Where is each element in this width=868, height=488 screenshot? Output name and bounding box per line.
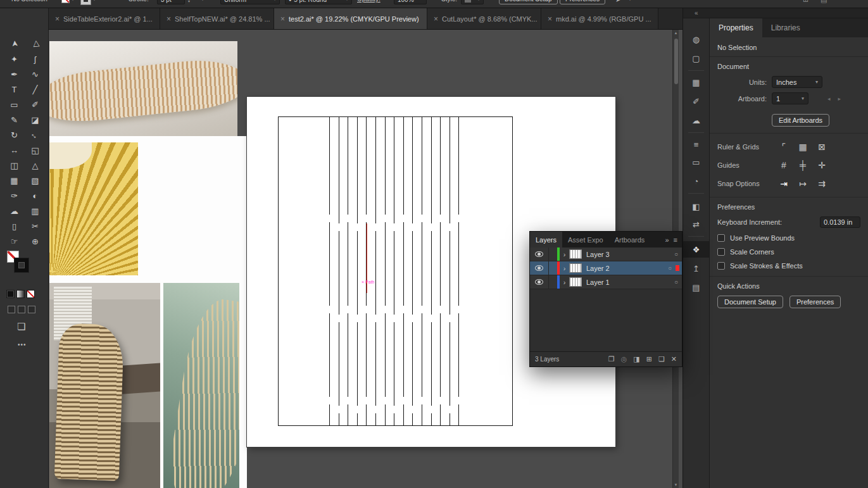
draw-normal-icon[interactable] [8, 306, 15, 313]
tab-test2-active[interactable]: ×test2.ai* @ 19.22% (CMYK/GPU Preview) [274, 8, 427, 29]
visibility-toggle[interactable] [530, 247, 549, 261]
document-setup-button[interactable]: Document Setup [499, 0, 558, 4]
layer-name[interactable]: Layer 1 [586, 278, 674, 286]
tab-layers[interactable]: Layers [530, 232, 562, 247]
perspective-grid-tool[interactable]: △ [25, 158, 46, 173]
edit-toolbar-dots-icon[interactable]: ••• [18, 341, 27, 348]
visibility-toggle[interactable] [530, 275, 549, 289]
hand-tool[interactable]: ☞ [4, 234, 25, 249]
close-icon[interactable]: × [280, 15, 285, 23]
fill-chevron-icon[interactable]: ▾ [72, 0, 74, 8]
tab-asset-export[interactable]: Asset Expo [562, 232, 609, 247]
layer-thumbnail[interactable] [569, 277, 582, 287]
close-icon[interactable]: × [548, 15, 552, 23]
stroke-panel-icon[interactable]: ≡ [683, 136, 709, 153]
visibility-toggle[interactable] [530, 261, 549, 275]
direct-selection-tool[interactable]: ▷ [27, 33, 44, 55]
style-select[interactable]: ▾ [461, 0, 484, 4]
width-profile-select[interactable]: Uniform▾ [220, 0, 280, 4]
lock-toggle[interactable] [549, 261, 557, 275]
opacity-label[interactable]: Opacity: [357, 0, 381, 8]
brushes-panel-icon[interactable]: ✐ [683, 93, 709, 109]
artboard-tool[interactable]: ▯ [4, 218, 25, 234]
brush-select[interactable]: ●5 pt. Round▾ [285, 0, 352, 4]
stroke-stepper[interactable]: ▴▾ [186, 0, 192, 4]
expand-chevron-icon[interactable]: › [560, 278, 569, 286]
collapse-panels-icon[interactable]: « [695, 9, 698, 16]
delete-layer-icon[interactable]: ✕ [671, 355, 677, 363]
opacity-field[interactable]: 100%› [394, 0, 427, 4]
scroll-up-icon[interactable]: ▲ [673, 31, 679, 35]
libraries-panel-icon[interactable]: ▤ [683, 279, 709, 296]
links-panel-icon[interactable]: ⇄ [683, 216, 709, 232]
slice-tool[interactable]: ✂ [25, 218, 46, 234]
mesh-tool[interactable]: ▦ [4, 173, 25, 188]
gradient-tool[interactable]: ▧ [25, 173, 46, 188]
expand-chevron-icon[interactable]: › [560, 265, 569, 272]
units-select[interactable]: Inches▾ [772, 76, 822, 88]
appearance-panel-icon[interactable]: ◍ [683, 31, 709, 47]
snap-to-pixel-icon[interactable]: ⇉ [812, 178, 831, 189]
target-circle-icon[interactable]: ○ [674, 278, 678, 285]
symbol-sprayer-tool[interactable]: ☁ [4, 203, 25, 218]
scale-strokes-effects-checkbox[interactable] [717, 262, 725, 270]
arrange-documents-icon[interactable]: ⊞ [803, 0, 808, 8]
next-artboard-icon[interactable]: ▸ [838, 96, 841, 102]
new-layer-icon[interactable]: ❏ [658, 355, 665, 363]
cursor-icon[interactable]: ➤ [615, 0, 621, 8]
show-grid-icon[interactable]: ▦ [793, 142, 812, 152]
collect-for-export-icon[interactable]: ❐ [608, 355, 615, 363]
keyboard-increment-field[interactable]: 0.0139 in [820, 216, 860, 228]
new-sublayer-icon[interactable]: ⊞ [646, 355, 652, 363]
eyedropper-tool[interactable]: ✑ [4, 188, 25, 203]
zoom-tool[interactable]: ⊕ [25, 234, 46, 249]
scroll-down-icon[interactable]: ▼ [673, 483, 679, 487]
layer-name[interactable]: Layer 2 [586, 265, 668, 272]
tab-cutlayout[interactable]: ×CutLayout* @ 8.68% (CMYK... [427, 8, 541, 29]
snap-to-grid-icon[interactable]: ⇥ [774, 178, 793, 189]
close-icon[interactable]: × [167, 15, 171, 23]
asset-export-panel-icon[interactable]: ↥ [683, 260, 709, 277]
column-graph-tool[interactable]: ▥ [25, 203, 46, 218]
stroke-chevron-icon[interactable]: ▾ [93, 0, 96, 8]
paintbrush-tool[interactable]: ✐ [25, 97, 46, 112]
target-circle-icon[interactable]: ○ [668, 265, 672, 272]
gradient-panel-icon[interactable]: ▢ [683, 50, 709, 66]
locate-object-icon[interactable]: ◎ [621, 355, 627, 363]
layer-row-1[interactable]: › Layer 1 ○ [530, 275, 682, 289]
snap-to-point-icon[interactable]: ↦ [793, 178, 812, 189]
lock-toggle[interactable] [549, 247, 557, 261]
tab-shelftopnew[interactable]: ×ShelfTopNEW.ai* @ 24.81% ... [160, 8, 274, 29]
screen-mode-icon[interactable]: ❏ [17, 321, 25, 332]
stroke-options-chevron-icon[interactable]: ▾ [201, 0, 204, 8]
close-icon[interactable]: × [434, 15, 438, 23]
stroke-black-swatch[interactable] [15, 258, 28, 272]
cursor-options-chevron-icon[interactable]: ▾ [629, 0, 631, 8]
document-setup-button[interactable]: Document Setup [717, 296, 783, 308]
prev-artboard-icon[interactable]: ◂ [827, 96, 831, 102]
reference-photo-slat-chair[interactable] [49, 283, 160, 488]
smart-guides-icon[interactable]: ✛ [812, 160, 831, 170]
target-circle-icon[interactable]: ○ [674, 251, 678, 258]
draw-inside-icon[interactable] [28, 306, 35, 313]
pencil-tool[interactable]: ✎ [4, 112, 25, 127]
symbols-panel-icon[interactable]: ☁ [683, 112, 709, 128]
lock-guides-icon[interactable]: ╪ [793, 160, 812, 170]
rectangle-tool[interactable]: ▭ [4, 97, 25, 112]
scale-corners-checkbox[interactable] [717, 248, 725, 256]
tab-mkd[interactable]: ×mkd.ai @ 4.99% (RGB/GPU ... [541, 8, 658, 29]
blend-tool[interactable]: ◐ [25, 188, 46, 203]
shape-builder-tool[interactable]: ◫ [4, 158, 25, 173]
preferences-button[interactable]: Preferences [560, 0, 605, 4]
type-tool[interactable]: T [4, 82, 25, 97]
cut-pattern-rectangle[interactable]: ×Path [278, 116, 513, 426]
layer-thumbnail[interactable] [569, 249, 582, 259]
fill-swatch-none-icon[interactable] [61, 0, 70, 3]
transparency-panel-icon[interactable]: ◧ [683, 198, 709, 215]
tab-sidetableexterior2[interactable]: ×SideTableExterior2.ai* @ 1... [49, 8, 160, 29]
reference-photo-curved-slats[interactable] [163, 283, 239, 488]
reference-photo-wave-comb[interactable] [49, 41, 237, 136]
expand-chevron-icon[interactable]: › [560, 251, 569, 258]
rotate-tool[interactable]: ↻ [4, 127, 25, 142]
scrollbar-thumb[interactable] [674, 39, 678, 84]
